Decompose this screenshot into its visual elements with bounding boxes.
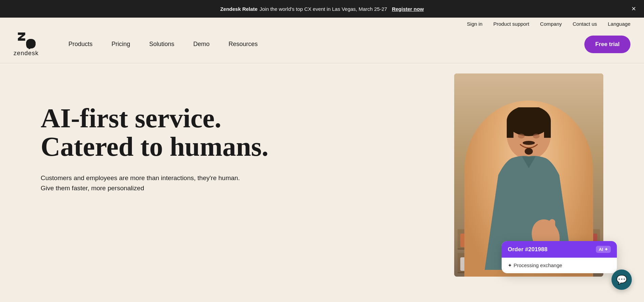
nav-resources[interactable]: Resources xyxy=(219,38,267,50)
register-now-link[interactable]: Register now xyxy=(392,6,424,12)
ai-badge: AI ✦ xyxy=(596,246,611,253)
language-link[interactable]: Language xyxy=(608,21,630,27)
svg-rect-11 xyxy=(549,219,555,236)
logo[interactable]: zendesk xyxy=(14,31,39,57)
primary-nav: Products Pricing Solutions Demo Resource… xyxy=(59,38,584,50)
hero-content: AI-first service. Catered to humans. Cus… xyxy=(41,84,271,194)
contact-us-link[interactable]: Contact us xyxy=(573,21,597,27)
svg-point-7 xyxy=(533,134,540,138)
svg-rect-5 xyxy=(544,121,551,138)
processing-text: ✦ Processing exchange xyxy=(508,262,562,268)
announcement-bar: Zendesk Relate Join the world's top CX e… xyxy=(0,0,644,18)
logo-text: zendesk xyxy=(14,50,39,57)
chat-card-header: Order #201988 AI ✦ xyxy=(502,241,617,258)
announcement-brand: Zendesk Relate xyxy=(220,6,258,12)
chat-widget-icon: 💬 xyxy=(616,275,627,285)
chat-card-body: ✦ Processing exchange xyxy=(502,258,617,273)
announcement-close-button[interactable]: × xyxy=(631,5,636,13)
chat-widget-button[interactable]: 💬 xyxy=(611,269,632,290)
nav-solutions[interactable]: Solutions xyxy=(140,38,184,50)
announcement-text: Zendesk Relate Join the world's top CX e… xyxy=(220,6,424,12)
svg-point-9 xyxy=(525,148,533,155)
hero-subtext: Customers and employees are more than in… xyxy=(41,173,244,194)
main-nav: zendesk Products Pricing Solutions Demo … xyxy=(0,28,644,63)
utility-nav: Sign in Product support Company Contact … xyxy=(0,18,644,28)
nav-products[interactable]: Products xyxy=(59,38,102,50)
product-support-link[interactable]: Product support xyxy=(493,21,529,27)
announcement-message: Join the world's top CX event in Las Veg… xyxy=(260,6,387,12)
hero-section: AI-first service. Catered to humans. Cus… xyxy=(0,63,644,300)
svg-point-6 xyxy=(518,134,525,138)
zendesk-logo-icon xyxy=(16,31,36,49)
chat-overlay-card: Order #201988 AI ✦ ✦ Processing exchange xyxy=(502,241,617,273)
hero-headline: AI-first service. Catered to humans. xyxy=(41,104,271,161)
svg-rect-4 xyxy=(507,121,514,138)
nav-demo[interactable]: Demo xyxy=(184,38,219,50)
free-trial-button[interactable]: Free trial xyxy=(584,36,630,53)
sign-in-link[interactable]: Sign in xyxy=(467,21,483,27)
nav-pricing[interactable]: Pricing xyxy=(102,38,140,50)
company-link[interactable]: Company xyxy=(540,21,562,27)
order-number: Order #201988 xyxy=(508,246,547,253)
svg-point-8 xyxy=(523,141,535,145)
